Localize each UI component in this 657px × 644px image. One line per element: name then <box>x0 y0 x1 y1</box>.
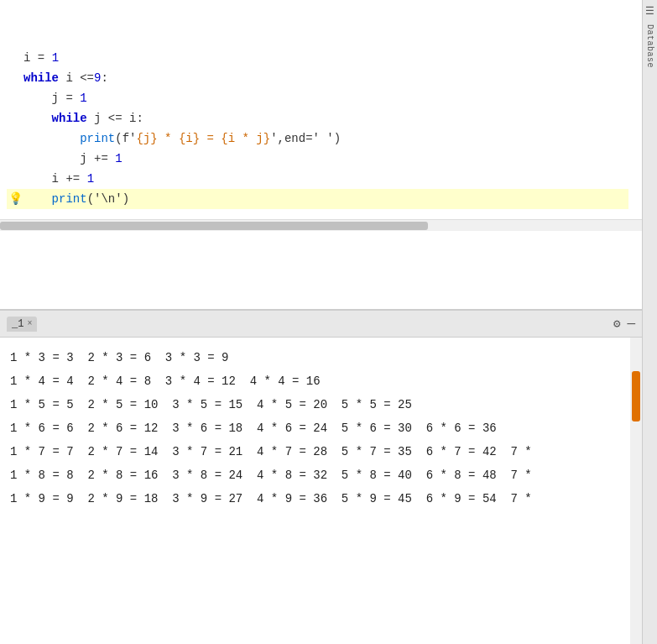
code-text: while i <=9: <box>23 69 628 87</box>
minus-icon[interactable]: — <box>627 317 635 332</box>
code-token: = <box>200 132 221 145</box>
code-token <box>23 192 52 206</box>
code-token: print <box>52 192 87 206</box>
code-token: {j} <box>136 132 157 145</box>
code-token: : <box>101 71 107 85</box>
code-token: {i} <box>179 132 200 145</box>
code-token: j += <box>23 152 115 165</box>
code-line: while i <=9: <box>7 68 628 88</box>
code-token: i += <box>23 172 87 186</box>
code-content: i = 1while i <=9: j = 1 while j <= i: pr… <box>0 0 642 219</box>
output-tab[interactable]: _1 × <box>7 317 37 332</box>
code-token: j <= i: <box>87 112 143 125</box>
code-token: = <box>30 51 51 65</box>
code-text: print(f'{j} * {i} = {i * j}',end=' ') <box>23 129 628 148</box>
code-token: 1 <box>52 51 59 65</box>
code-token: while <box>23 71 59 85</box>
code-text: j += 1 <box>23 149 628 168</box>
output-line: 1 * 7 = 7 2 * 7 = 14 3 * 7 = 21 4 * 7 = … <box>10 440 632 463</box>
code-text: print('\n') <box>23 190 628 208</box>
code-token: print <box>80 132 115 145</box>
code-text: j = 1 <box>23 89 628 107</box>
output-wrapper: 1 * 3 = 3 2 * 3 = 6 3 * 3 = 91 * 4 = 4 2… <box>0 338 642 644</box>
output-line: 1 * 5 = 5 2 * 5 = 10 3 * 5 = 15 4 * 5 = … <box>10 393 632 416</box>
code-token: i <= <box>59 71 94 85</box>
code-editor: i = 1while i <=9: j = 1 while j <= i: pr… <box>0 0 642 311</box>
code-token: while <box>52 112 87 125</box>
sidebar-icon: ☰ <box>645 5 654 18</box>
code-token: 1 <box>115 152 122 165</box>
sidebar-label[interactable]: Database <box>645 24 654 68</box>
gear-icon[interactable]: ⚙ <box>613 317 620 331</box>
tab-label: _1 <box>12 318 23 330</box>
code-token: (f' <box>115 132 136 145</box>
code-line: i += 1 <box>7 169 628 189</box>
code-token <box>23 112 52 125</box>
code-line: j += 1 <box>7 149 628 169</box>
code-token: 1 <box>80 92 86 105</box>
output-line: 1 * 6 = 6 2 * 6 = 12 3 * 6 = 18 4 * 6 = … <box>10 416 632 440</box>
line-icon: 💡 <box>7 190 23 208</box>
output-line: 1 * 4 = 4 2 * 4 = 8 3 * 4 = 12 4 * 4 = 1… <box>10 369 632 393</box>
editor-scrollbar-thumb[interactable] <box>0 222 428 230</box>
code-token: * <box>158 132 179 145</box>
output-panel: _1 × ⚙ — 1 * 3 = 3 2 * 3 = 6 3 * 3 = 91 … <box>0 311 642 644</box>
code-token <box>23 132 80 145</box>
right-sidebar: ☰ Database <box>642 0 657 644</box>
code-text: i = 1 <box>23 49 628 67</box>
output-line: 1 * 8 = 8 2 * 8 = 16 3 * 8 = 24 4 * 8 = … <box>10 463 632 487</box>
code-line: j = 1 <box>7 88 628 108</box>
code-line: while j <= i: <box>7 108 628 128</box>
code-text: i += 1 <box>23 170 628 188</box>
main-area: i = 1while i <=9: j = 1 while j <= i: pr… <box>0 0 642 644</box>
output-line: 1 * 9 = 9 2 * 9 = 18 3 * 9 = 27 4 * 9 = … <box>10 487 632 510</box>
output-line: 1 * 3 = 3 2 * 3 = 6 3 * 3 = 9 <box>10 346 632 369</box>
code-line: print(f'{j} * {i} = {i * j}',end=' ') <box>7 128 628 149</box>
code-token: ',end=' ') <box>270 132 341 145</box>
code-token: ('\n') <box>87 192 129 206</box>
code-token: 1 <box>87 172 94 186</box>
code-text: while j <= i: <box>23 109 628 128</box>
code-token: {i * j} <box>221 132 270 145</box>
output-toolbar: _1 × ⚙ — <box>0 311 642 338</box>
editor-scrollbar[interactable] <box>0 219 642 231</box>
code-line: 💡 print('\n') <box>7 189 628 209</box>
output-vscrollbar[interactable] <box>630 338 642 644</box>
output-vscrollbar-thumb[interactable] <box>632 371 640 421</box>
code-line: i = 1 <box>7 48 628 68</box>
tab-close[interactable]: × <box>27 319 32 328</box>
output-scroll-content: 1 * 3 = 3 2 * 3 = 6 3 * 3 = 91 * 4 = 4 2… <box>0 338 642 644</box>
code-token: j = <box>23 92 80 105</box>
